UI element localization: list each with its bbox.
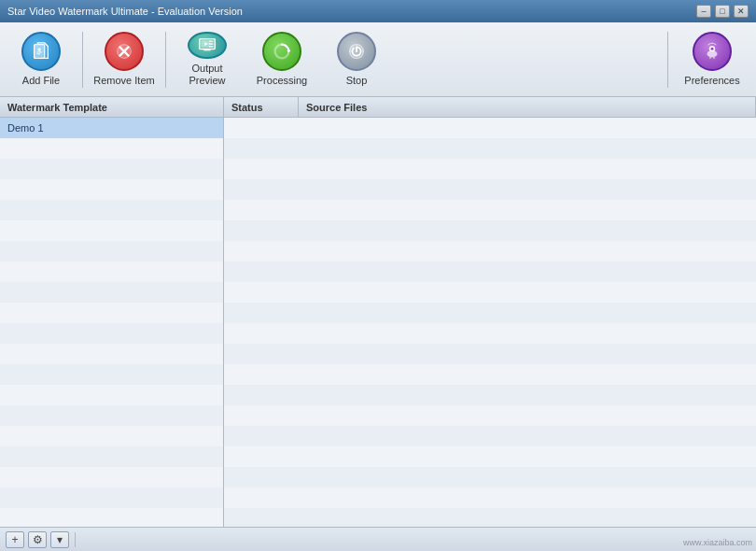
source-row (224, 385, 756, 405)
source-row (224, 282, 756, 303)
source-row (224, 220, 756, 241)
remove-item-button[interactable]: Remove Item (87, 26, 161, 93)
source-row (224, 303, 756, 323)
right-panel-header: Status Source Files (224, 97, 756, 118)
template-list-stripes (0, 138, 223, 527)
source-row (224, 487, 756, 508)
stripe-row (0, 508, 223, 527)
svg-rect-14 (209, 46, 214, 48)
stripe-row (0, 385, 223, 405)
source-row (224, 405, 756, 426)
stripe-row (0, 138, 223, 159)
svg-rect-15 (203, 49, 210, 51)
stripe-row (0, 364, 223, 385)
source-row (224, 364, 756, 385)
stripe-row (0, 159, 223, 179)
right-panel: Status Source Files (224, 97, 756, 527)
source-row (224, 241, 756, 261)
main-toolbar: Add File Remove Item Outpu (0, 22, 756, 97)
source-row (224, 508, 756, 527)
add-file-label: Add File (22, 75, 60, 87)
stripe-row (0, 467, 223, 487)
svg-point-21 (711, 48, 714, 50)
app-title: Star Video Watermark Ultimate - Evaluati… (7, 6, 696, 17)
watermark-text: www.xiazaiba.com (683, 538, 752, 547)
source-row (224, 467, 756, 487)
left-panel: Watermark Template Demo 1 (0, 97, 224, 527)
preferences-button[interactable]: Preferences (672, 26, 752, 93)
watermark-template-header: Watermark Template (0, 97, 223, 118)
stripe-row (0, 405, 223, 426)
stripe-row (0, 261, 223, 282)
svg-rect-13 (209, 43, 214, 45)
toolbar-divider-2 (165, 32, 166, 88)
remove-item-label: Remove Item (93, 75, 154, 87)
source-column-header: Source Files (299, 97, 756, 118)
source-file-list (224, 118, 756, 527)
source-row (224, 446, 756, 467)
stripe-row (0, 282, 223, 303)
window-controls[interactable]: – □ ✕ (696, 5, 749, 18)
svg-rect-12 (209, 41, 214, 43)
main-content: Watermark Template Demo 1 (0, 97, 756, 527)
dropdown-button[interactable]: ▾ (50, 531, 69, 548)
preferences-label: Preferences (684, 75, 739, 87)
source-row (224, 323, 756, 344)
stripe-row (0, 323, 223, 344)
stripe-row (0, 344, 223, 364)
source-row (224, 118, 756, 138)
processing-icon (262, 32, 301, 71)
toolbar-divider-1 (82, 32, 83, 88)
remove-item-icon (105, 32, 144, 71)
stripe-row (0, 220, 223, 241)
stop-icon (337, 32, 376, 71)
output-preview-icon (188, 32, 227, 60)
add-template-button[interactable]: + (6, 531, 24, 548)
source-row (224, 200, 756, 220)
processing-label: Processing (257, 75, 307, 87)
toolbar-divider-3 (667, 32, 668, 88)
bottom-toolbar: + ⚙ ▾ (0, 527, 756, 551)
stripe-row (0, 426, 223, 446)
source-row (224, 138, 756, 159)
stripe-row (0, 303, 223, 323)
stop-button[interactable]: Stop (319, 26, 394, 93)
template-list-item[interactable]: Demo 1 (0, 118, 223, 138)
stripe-row (0, 241, 223, 261)
stop-label: Stop (346, 75, 368, 87)
status-column-header: Status (224, 97, 299, 118)
svg-rect-22 (709, 56, 710, 59)
minimize-button[interactable]: – (696, 5, 711, 18)
close-button[interactable]: ✕ (734, 5, 749, 18)
source-row (224, 426, 756, 446)
maximize-button[interactable]: □ (715, 5, 730, 18)
bottom-divider (75, 532, 76, 547)
source-row (224, 261, 756, 282)
stripe-row (0, 200, 223, 220)
source-row (224, 159, 756, 179)
add-file-button[interactable]: Add File (4, 26, 78, 93)
add-file-icon (21, 32, 61, 71)
preferences-icon (693, 32, 732, 71)
svg-point-20 (707, 50, 718, 57)
output-preview-label: Output Preview (174, 63, 241, 87)
svg-rect-23 (713, 56, 714, 59)
settings-button[interactable]: ⚙ (28, 531, 47, 548)
stripe-row (0, 179, 223, 200)
stripe-row (0, 446, 223, 467)
title-bar: Star Video Watermark Ultimate - Evaluati… (0, 0, 756, 22)
processing-button[interactable]: Processing (245, 26, 319, 93)
source-row (224, 179, 756, 200)
source-row (224, 344, 756, 364)
stripe-row (0, 487, 223, 508)
template-list: Demo 1 (0, 118, 223, 527)
output-preview-button[interactable]: Output Preview (170, 26, 245, 93)
